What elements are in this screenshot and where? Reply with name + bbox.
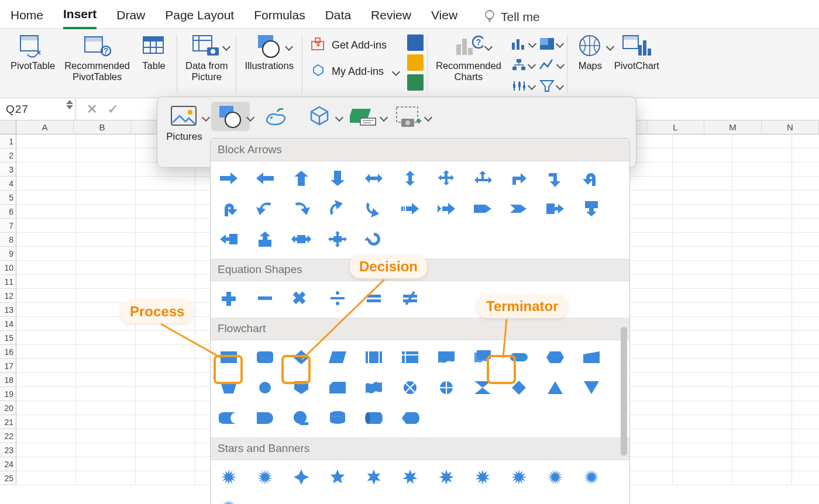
line-chart-button[interactable] xyxy=(539,56,563,74)
cell[interactable] xyxy=(16,345,76,359)
shape-arrow-curve-up[interactable] xyxy=(328,200,347,218)
cell[interactable] xyxy=(732,149,792,163)
tab-view[interactable]: View xyxy=(431,6,457,28)
cell[interactable] xyxy=(136,275,195,289)
cell[interactable] xyxy=(673,387,732,401)
recommended-charts-button[interactable]: ? Recommended Charts xyxy=(431,32,506,98)
row-header[interactable]: 9 xyxy=(0,247,16,261)
shapes-button[interactable] xyxy=(211,102,250,131)
screenshot-button[interactable] xyxy=(389,102,428,131)
shape-arrow-uturn-right[interactable] xyxy=(219,200,239,218)
cell[interactable] xyxy=(792,275,819,289)
shape-eq-divide[interactable] xyxy=(328,289,347,307)
cell[interactable] xyxy=(76,191,136,205)
3d-models-button[interactable] xyxy=(300,102,339,131)
cell[interactable] xyxy=(673,471,732,485)
cell[interactable] xyxy=(16,387,76,401)
cell[interactable] xyxy=(732,457,792,471)
shape-eq-plus[interactable] xyxy=(219,289,239,307)
name-box[interactable]: Q27 xyxy=(0,98,76,120)
cell[interactable] xyxy=(792,359,819,373)
cell[interactable] xyxy=(673,219,732,233)
shape-arrow-circular[interactable] xyxy=(364,230,384,248)
tell-me-search[interactable]: Tell me xyxy=(483,9,540,26)
cell[interactable] xyxy=(673,303,732,317)
shape-star-star16[interactable] xyxy=(545,468,565,486)
shape-flow-connector[interactable] xyxy=(255,379,275,396)
cell[interactable] xyxy=(673,331,732,345)
name-box-up-icon[interactable] xyxy=(66,100,73,104)
cell[interactable] xyxy=(732,387,792,401)
shape-flow-internal-storage[interactable] xyxy=(400,348,420,366)
shape-star-star8[interactable] xyxy=(436,468,456,486)
row-header[interactable]: 4 xyxy=(0,177,16,191)
tab-data[interactable]: Data xyxy=(325,6,351,28)
cell[interactable] xyxy=(732,443,792,457)
cell[interactable] xyxy=(792,205,819,219)
cell[interactable] xyxy=(16,471,76,485)
cell[interactable] xyxy=(732,471,792,485)
people-addin-tile[interactable] xyxy=(407,74,424,91)
tab-formulas[interactable]: Formulas xyxy=(254,6,305,28)
cell[interactable] xyxy=(673,247,732,261)
row-header[interactable]: 24 xyxy=(0,457,16,471)
shape-arrow-quad[interactable] xyxy=(436,170,456,187)
cell[interactable] xyxy=(16,205,76,219)
row-header[interactable]: 25 xyxy=(0,471,16,485)
hierarchy-chart-button[interactable] xyxy=(511,56,535,74)
cell[interactable] xyxy=(792,429,819,443)
cell[interactable] xyxy=(673,177,732,191)
row-header[interactable]: 1 xyxy=(0,134,16,149)
cell[interactable] xyxy=(76,261,136,275)
shape-flow-document[interactable] xyxy=(436,348,456,366)
cell[interactable] xyxy=(792,191,819,205)
cell[interactable] xyxy=(792,471,819,485)
shape-flow-alt-process[interactable] xyxy=(255,348,275,366)
cell[interactable] xyxy=(673,457,732,471)
row-header[interactable]: 23 xyxy=(0,443,16,457)
cell[interactable] xyxy=(76,177,136,191)
cell[interactable] xyxy=(136,387,195,401)
cell[interactable] xyxy=(76,149,136,163)
row-header[interactable]: 11 xyxy=(0,275,16,289)
shape-flow-direct-access[interactable] xyxy=(364,409,384,427)
cell[interactable] xyxy=(792,443,819,457)
row-header[interactable]: 8 xyxy=(0,233,16,247)
cell[interactable] xyxy=(136,345,195,359)
row-header[interactable]: 13 xyxy=(0,303,16,317)
cell[interactable] xyxy=(16,247,76,261)
cell[interactable] xyxy=(16,275,76,289)
cell[interactable] xyxy=(76,359,136,373)
column-header[interactable]: L xyxy=(647,120,704,134)
cell[interactable] xyxy=(76,331,136,345)
shape-arrow-callout-left[interactable] xyxy=(219,230,239,248)
cell[interactable] xyxy=(673,443,732,457)
cell[interactable] xyxy=(673,149,732,163)
shape-flow-collate[interactable] xyxy=(473,379,493,396)
shape-arrow-striped-right[interactable] xyxy=(400,200,420,218)
shape-flow-merge[interactable] xyxy=(581,379,601,396)
shape-flow-delay[interactable] xyxy=(255,409,275,427)
cell[interactable] xyxy=(76,205,136,219)
shape-eq-not-equal[interactable] xyxy=(400,289,420,307)
cell[interactable] xyxy=(136,261,195,275)
cell[interactable] xyxy=(732,261,792,275)
row-header[interactable]: 2 xyxy=(0,149,16,163)
cell[interactable] xyxy=(673,345,732,359)
cell[interactable] xyxy=(732,317,792,331)
cell[interactable] xyxy=(16,163,76,177)
cell[interactable] xyxy=(136,429,195,443)
shape-arrow-left-right-callout[interactable] xyxy=(291,230,311,248)
cell[interactable] xyxy=(792,345,819,359)
shape-star-star4[interactable] xyxy=(291,468,311,486)
cell[interactable] xyxy=(76,345,136,359)
cell[interactable] xyxy=(792,303,819,317)
shape-arrow-tri[interactable] xyxy=(473,170,493,187)
shape-arrow-left[interactable] xyxy=(255,170,275,187)
cell[interactable] xyxy=(16,303,76,317)
cell[interactable] xyxy=(16,443,76,457)
shape-arrow-bend-down[interactable] xyxy=(545,170,565,187)
shape-flow-manual-operation[interactable] xyxy=(219,379,239,396)
cell[interactable] xyxy=(792,401,819,415)
cell[interactable] xyxy=(136,219,195,233)
